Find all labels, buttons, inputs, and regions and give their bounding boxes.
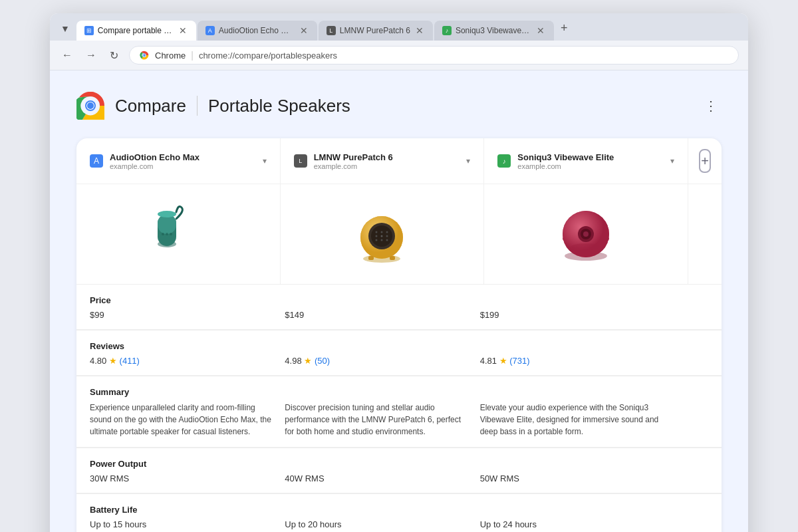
star-icon-3: ★ [499,356,510,366]
product-chevron-2[interactable]: ▾ [466,156,470,166]
svg-point-3 [143,54,145,56]
product-favicon-1: A [90,154,103,168]
battery-values-row: Up to 15 hours Up to 20 hours Up to 24 h… [76,517,722,532]
add-product-cell: + [688,138,722,184]
battery-label: Battery Life [90,505,138,516]
svg-point-22 [381,231,383,233]
price-section: Price $99 $149 $199 [76,284,722,329]
review-value-3: 4.81 ★ (731) [480,356,675,366]
page-header: Compare Portable Speakers ⋮ [76,92,722,120]
power-label: Power Output [90,459,146,470]
summary-label: Summary [90,387,129,398]
review-link-2[interactable]: (50) [315,356,330,366]
battery-value-1: Up to 15 hours [90,519,285,529]
price-value-2: $149 [285,310,479,320]
review-score-1: 4.80 [90,356,106,366]
tab-close-lmnw[interactable]: ✕ [414,26,425,35]
forward-button[interactable]: → [83,47,99,64]
svg-point-14 [166,233,168,235]
price-value-add [675,310,708,320]
more-options-button[interactable]: ⋮ [700,94,722,118]
svg-point-25 [381,235,383,237]
svg-point-26 [386,235,388,237]
tab-compare[interactable]: ⊞ Compare portable speake… ✕ [76,21,196,41]
power-value-3: 50W RMS [480,473,675,483]
product-domain-2: example.com [314,162,393,170]
tab-close-compare[interactable]: ✕ [178,26,188,35]
products-header: A AudioOtion Echo Max example.com ▾ L LM… [76,138,722,184]
review-link-1[interactable]: (411) [120,356,140,366]
tab-soniqu3[interactable]: ♪ Soniqu3 Vibewave Elite ✕ [434,21,554,41]
reviews-label: Reviews [90,341,124,352]
svg-point-13 [162,233,164,235]
power-values-row: 30W RMS 40W RMS 50W RMS [76,471,722,493]
tab-close-soniqu3[interactable]: ✕ [535,26,546,35]
product-name-1: AudioOtion Echo Max [110,152,200,162]
product-header-2: L LMNW PurePatch 6 example.com ▾ [281,138,485,184]
refresh-button[interactable]: ↻ [107,47,121,65]
chrome-label: Chrome [155,51,186,61]
tab-label-audiotion: AudioOtion Echo Max [219,26,295,35]
page-title-subtitle: Portable Speakers [208,96,350,116]
review-score-3: 4.81 [480,356,497,366]
summary-values-row: Experience unparalleled clarity and room… [76,399,722,447]
svg-rect-31 [390,256,395,260]
summary-value-1: Experience unparalleled clarity and room… [90,402,285,438]
review-link-3[interactable]: (731) [509,356,529,366]
tab-label-soniqu3: Soniqu3 Vibewave Elite [456,26,531,35]
reviews-section: Reviews 4.80 ★ (411) 4.98 ★ (50) 4.81 ★ … [76,330,722,375]
tab-favicon-lmnw: L [327,26,336,35]
product-image-add [688,184,722,284]
product-chevron-1[interactable]: ▾ [263,156,267,166]
svg-point-38 [583,231,589,237]
url-bar[interactable]: Chrome | chrome://compare/portablespeake… [129,46,739,65]
tab-audiotion[interactable]: A AudioOtion Echo Max ✕ [198,21,317,41]
product-name-2: LMNW PurePatch 6 [314,152,393,162]
address-bar: ← → ↻ Chrome | chrome://compare/portable… [50,41,748,70]
tab-favicon-compare: ⊞ [84,26,94,35]
tab-bar: ▼ ⊞ Compare portable speake… ✕ A AudioOt… [50,13,748,41]
product-favicon-2: L [294,154,307,168]
review-value-2: 4.98 ★ (50) [285,356,479,366]
speaker-image-2 [345,198,418,271]
product-header-3: ♪ Soniqu3 Vibewave Elite example.com ▾ [484,138,688,184]
summary-value-3: Elevate your audio experience with the S… [480,402,675,438]
svg-point-24 [376,235,378,237]
product-domain-1: example.com [110,162,200,170]
battery-value-2: Up to 20 hours [285,519,479,529]
svg-point-39 [571,243,600,250]
price-label: Price [90,295,111,307]
battery-section: Battery Life Up to 15 hours Up to 20 hou… [76,493,722,532]
title-divider [197,96,198,116]
back-button[interactable]: ← [59,47,75,64]
page-title-compare: Compare [115,96,186,116]
battery-value-3: Up to 24 hours [480,519,675,529]
star-icon-2: ★ [304,356,315,366]
product-image-3 [484,184,688,284]
svg-rect-30 [368,256,374,260]
product-image-2 [281,184,485,284]
price-value-1: $99 [90,310,285,320]
add-product-button[interactable]: + [699,149,711,173]
product-header-1: A AudioOtion Echo Max example.com ▾ [76,138,281,184]
chrome-logo-icon [139,50,150,61]
review-score-2: 4.98 [285,356,301,366]
product-chevron-3[interactable]: ▾ [670,156,674,166]
tab-lmnw[interactable]: L LMNW PurePatch 6 ✕ [319,21,433,41]
product-name-3: Soniqu3 Vibewave Elite [517,152,614,162]
tab-scroll-left[interactable]: ▼ [55,19,75,38]
product-info-3: ♪ Soniqu3 Vibewave Elite example.com [497,152,614,170]
product-info-2: L LMNW PurePatch 6 example.com [294,152,393,170]
new-tab-button[interactable]: + [555,19,573,38]
svg-point-21 [376,231,378,233]
review-value-1: 4.80 ★ (411) [90,356,285,366]
speaker-image-3 [549,198,622,271]
page-content: Compare Portable Speakers ⋮ A AudioOtion… [50,70,748,532]
tab-close-audiotion[interactable]: ✕ [299,26,309,35]
product-image-1 [76,184,281,284]
star-icon-1: ★ [109,356,120,366]
product-info-1: A AudioOtion Echo Max example.com [90,152,200,170]
power-value-1: 30W RMS [90,473,285,483]
browser-window: ▼ ⊞ Compare portable speake… ✕ A AudioOt… [50,13,748,532]
svg-point-8 [87,102,94,109]
